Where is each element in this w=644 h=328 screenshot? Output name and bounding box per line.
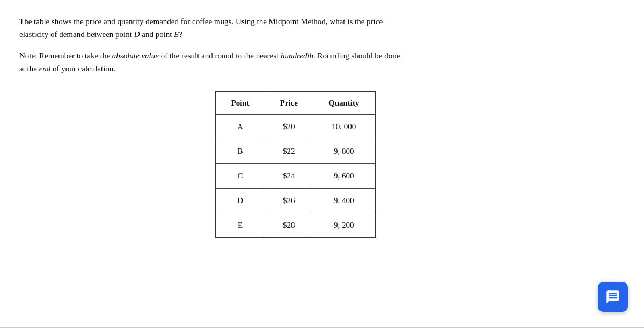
cell-quantity: 9, 600 — [313, 164, 375, 189]
cell-price: $20 — [265, 115, 313, 139]
table-row: A$2010, 000 — [216, 115, 375, 139]
cell-point: A — [216, 115, 265, 139]
cell-price: $22 — [265, 139, 313, 164]
intro-text-4: ? — [179, 30, 182, 39]
note-suffix: . Rounding should be done — [313, 51, 400, 60]
note-prefix: Note: Remember to take the — [19, 51, 112, 60]
table-row: D$269, 400 — [216, 189, 375, 213]
cell-price: $26 — [265, 189, 313, 213]
cell-point: D — [216, 189, 265, 213]
chat-icon — [605, 289, 620, 304]
note-middle: of the result and round to the nearest — [159, 51, 281, 60]
table-row: C$249, 600 — [216, 164, 375, 189]
cell-point: E — [216, 213, 265, 238]
col-header-quantity: Quantity — [313, 92, 375, 115]
note-end: end — [39, 64, 51, 73]
note-absolute-value: absolute value — [112, 51, 159, 60]
price-quantity-table: Point Price Quantity A$2010, 000B$229, 8… — [215, 91, 376, 238]
cell-price: $28 — [265, 213, 313, 238]
cell-quantity: 9, 800 — [313, 139, 375, 164]
intro-paragraph: The table shows the price and quantity d… — [19, 15, 571, 41]
point-d-label: D — [134, 30, 140, 39]
intro-text-1: The table shows the price and quantity d… — [19, 17, 383, 26]
table-header-row: Point Price Quantity — [216, 92, 375, 115]
col-header-price: Price — [265, 92, 313, 115]
cell-quantity: 9, 200 — [313, 213, 375, 238]
note-hundredth: hundredth — [281, 51, 313, 60]
col-header-point: Point — [216, 92, 265, 115]
cell-point: C — [216, 164, 265, 189]
intro-text-3: and point — [140, 30, 174, 39]
cell-point: B — [216, 139, 265, 164]
note-line2-suffix: of your calculation. — [50, 64, 115, 73]
chat-button[interactable] — [598, 282, 628, 312]
cell-quantity: 9, 400 — [313, 189, 375, 213]
note-line2: at the — [19, 64, 39, 73]
note-paragraph: Note: Remember to take the absolute valu… — [19, 49, 571, 75]
page-content: The table shows the price and quantity d… — [0, 0, 590, 249]
intro-text-2: elasticity of demand between point — [19, 30, 134, 39]
table-container: Point Price Quantity A$2010, 000B$229, 8… — [19, 91, 571, 238]
table-row: B$229, 800 — [216, 139, 375, 164]
cell-price: $24 — [265, 164, 313, 189]
cell-quantity: 10, 000 — [313, 115, 375, 139]
table-row: E$289, 200 — [216, 213, 375, 238]
